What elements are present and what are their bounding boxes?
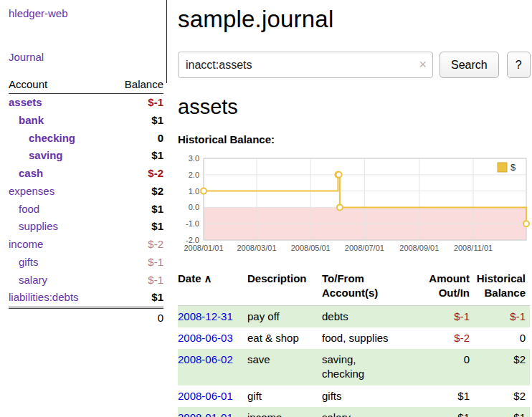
account-row: assets $-1 bbox=[9, 94, 163, 112]
svg-text:0.0: 0.0 bbox=[189, 203, 199, 211]
account-row: food $1 bbox=[9, 201, 163, 219]
account-balance: $-2 bbox=[108, 236, 163, 254]
register-date-link[interactable]: 2008-06-03 bbox=[178, 332, 233, 344]
accounts-header-balance: Balance bbox=[108, 77, 163, 94]
accounts-total: 0 bbox=[108, 308, 163, 327]
svg-text:-1.0: -1.0 bbox=[186, 219, 199, 228]
account-link[interactable]: bank bbox=[9, 114, 44, 128]
accounts-table: Account Balance assets $-1 bank $1 check… bbox=[9, 77, 163, 327]
svg-text:2008/09/01: 2008/09/01 bbox=[399, 244, 439, 252]
svg-text:2008/01/01: 2008/01/01 bbox=[184, 244, 223, 252]
account-link[interactable]: expenses bbox=[9, 185, 54, 198]
register-balance: $-1 bbox=[474, 305, 530, 327]
register-accounts: debts bbox=[322, 305, 419, 327]
search-button[interactable]: Search bbox=[440, 52, 499, 78]
register-table: Date∧ Description To/From Account(s) Amo… bbox=[178, 270, 530, 417]
clear-search-icon[interactable]: × bbox=[419, 57, 427, 72]
register-description: pay off bbox=[247, 305, 322, 327]
account-link[interactable]: checking bbox=[9, 132, 75, 145]
register-table-body: 2008-12-31 pay off debts $-1 $-1 2008-06… bbox=[178, 305, 530, 417]
account-row: gifts $-1 bbox=[9, 254, 163, 272]
divider bbox=[166, 0, 167, 83]
register-accounts: salary bbox=[322, 407, 419, 417]
search-input[interactable] bbox=[178, 52, 433, 78]
account-balance: $1 bbox=[108, 147, 163, 165]
account-balance: $1 bbox=[108, 289, 163, 307]
svg-text:2008/03/01: 2008/03/01 bbox=[237, 244, 276, 252]
register-accounts: food, supplies bbox=[322, 327, 419, 349]
account-row: cash $-2 bbox=[9, 165, 163, 183]
accounts-header-row: Account Balance bbox=[9, 77, 163, 94]
account-balance: $-1 bbox=[108, 272, 163, 289]
register-amount: $-2 bbox=[419, 327, 474, 349]
account-link[interactable]: supplies bbox=[9, 220, 58, 234]
account-row: salary $-1 bbox=[9, 272, 163, 289]
page-title: sample.journal bbox=[178, 6, 531, 33]
hledger-web-app: hledger-web Journal Account Balance asse… bbox=[0, 0, 532, 417]
account-link[interactable]: saving bbox=[9, 149, 63, 163]
account-row: expenses $2 bbox=[9, 183, 163, 201]
account-link[interactable]: gifts bbox=[9, 256, 39, 269]
account-link[interactable]: income bbox=[9, 238, 43, 251]
account-link[interactable]: cash bbox=[9, 167, 43, 181]
register-header-balance: Historical Balance bbox=[474, 270, 530, 305]
register-description: income bbox=[247, 407, 322, 417]
register-date-link[interactable]: 2008-06-02 bbox=[178, 353, 233, 365]
account-row: supplies $1 bbox=[9, 218, 163, 236]
register-balance: $2 bbox=[474, 385, 530, 407]
register-row: 2008-06-03 eat & shop food, supplies $-2… bbox=[178, 327, 530, 349]
help-button[interactable]: ? bbox=[507, 52, 531, 78]
account-link[interactable]: assets bbox=[9, 96, 42, 110]
svg-text:2008/05/01: 2008/05/01 bbox=[291, 244, 331, 252]
historical-balance-chart: 3.02.01.00.0-1.0-2.02008/01/012008/03/01… bbox=[178, 153, 531, 260]
main-content: sample.journal × Search ? assets Histori… bbox=[166, 0, 532, 417]
account-link[interactable]: liabilities:debts bbox=[9, 291, 79, 305]
register-balance: $2 bbox=[474, 349, 530, 385]
chart-title: Historical Balance: bbox=[178, 133, 531, 145]
account-balance: $-1 bbox=[108, 254, 163, 272]
register-header-date[interactable]: Date∧ bbox=[178, 270, 247, 305]
accounts-table-body: assets $-1 bank $1 checking 0 saving $1 … bbox=[9, 94, 163, 308]
accounts-total-row: 0 bbox=[9, 308, 163, 327]
account-balance: $1 bbox=[108, 112, 163, 130]
svg-text:1.0: 1.0 bbox=[189, 187, 199, 196]
register-header-accounts: To/From Account(s) bbox=[322, 270, 419, 305]
account-balance: $-2 bbox=[108, 165, 163, 183]
account-row: income $-2 bbox=[9, 236, 163, 254]
register-row: 2008-06-02 save saving, checking 0 $2 bbox=[178, 349, 530, 385]
account-balance: $2 bbox=[108, 183, 163, 201]
svg-text:2008/07/01: 2008/07/01 bbox=[345, 244, 384, 252]
register-balance: $1 bbox=[474, 407, 530, 417]
balance-chart-svg: 3.02.01.00.0-1.0-2.02008/01/012008/03/01… bbox=[178, 153, 531, 260]
register-row: 2008-12-31 pay off debts $-1 $-1 bbox=[178, 305, 530, 327]
register-description: eat & shop bbox=[247, 327, 322, 349]
register-amount: $1 bbox=[419, 385, 474, 407]
search-box: × bbox=[178, 52, 433, 78]
sidebar: hledger-web Journal Account Balance asse… bbox=[0, 0, 166, 417]
account-heading: assets bbox=[178, 95, 531, 119]
svg-text:3.0: 3.0 bbox=[189, 154, 199, 163]
account-link[interactable]: salary bbox=[9, 274, 47, 287]
account-row: liabilities:debts $1 bbox=[9, 289, 163, 307]
account-balance: $-1 bbox=[108, 94, 163, 112]
search-row: × Search ? bbox=[178, 52, 531, 78]
app-title-link[interactable]: hledger-web bbox=[9, 7, 163, 19]
register-date-link[interactable]: 2008-06-01 bbox=[178, 390, 233, 402]
register-amount: $-1 bbox=[419, 305, 474, 327]
register-header-amount: Amount Out/In bbox=[419, 270, 474, 305]
account-balance: $1 bbox=[108, 218, 163, 236]
svg-text:2008/11/01: 2008/11/01 bbox=[454, 244, 493, 252]
svg-text:$: $ bbox=[510, 162, 516, 173]
account-link[interactable]: food bbox=[9, 203, 39, 216]
account-row: saving $1 bbox=[9, 147, 163, 165]
sort-ascending-icon: ∧ bbox=[204, 272, 212, 284]
sidebar-nav: Journal bbox=[9, 51, 163, 64]
sidebar-item-journal[interactable]: Journal bbox=[9, 51, 44, 63]
register-header-description: Description bbox=[247, 270, 322, 305]
register-balance: 0 bbox=[474, 327, 530, 349]
svg-text:2.0: 2.0 bbox=[189, 171, 199, 179]
account-row: checking 0 bbox=[9, 130, 163, 148]
account-row: bank $1 bbox=[9, 112, 163, 130]
register-date-link[interactable]: 2008-12-31 bbox=[178, 310, 233, 322]
register-date-link[interactable]: 2008-01-01 bbox=[178, 411, 233, 417]
